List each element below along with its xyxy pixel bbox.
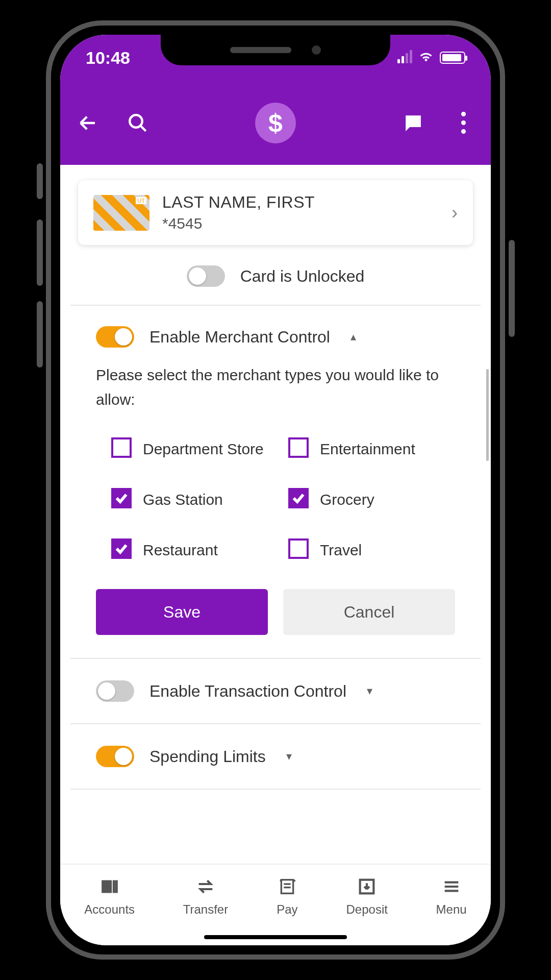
nav-accounts[interactable]: Accounts bbox=[84, 876, 135, 917]
merchant-option-restaurant[interactable]: Restaurant bbox=[111, 538, 278, 561]
pay-shortcut-button[interactable]: $ bbox=[255, 103, 296, 143]
checkbox[interactable] bbox=[111, 538, 132, 559]
caret-down-icon: ▾ bbox=[367, 684, 372, 698]
nav-transfer[interactable]: Transfer bbox=[183, 876, 228, 917]
merchant-option-travel[interactable]: Travel bbox=[288, 538, 455, 561]
merchant-control-title: Enable Merchant Control bbox=[149, 328, 330, 347]
checkbox-label: Grocery bbox=[320, 488, 374, 510]
transaction-control-title: Enable Transaction Control bbox=[149, 682, 346, 701]
power-button bbox=[509, 240, 515, 337]
transfer-icon bbox=[195, 876, 216, 897]
status-time: 10:48 bbox=[86, 48, 130, 68]
home-indicator[interactable] bbox=[204, 935, 347, 939]
deposit-icon bbox=[356, 876, 378, 897]
svg-rect-3 bbox=[113, 880, 114, 892]
nav-label: Accounts bbox=[84, 902, 135, 917]
merchant-control-toggle[interactable] bbox=[96, 326, 134, 348]
svg-line-1 bbox=[140, 126, 146, 131]
checkbox[interactable] bbox=[111, 437, 132, 458]
wifi-icon bbox=[418, 48, 434, 68]
chat-button[interactable] bbox=[401, 111, 425, 135]
svg-rect-2 bbox=[102, 880, 111, 892]
spending-limits-toggle[interactable] bbox=[96, 746, 134, 767]
transaction-control-row[interactable]: Enable Transaction Control ▾ bbox=[60, 659, 491, 723]
nav-menu[interactable]: Menu bbox=[436, 876, 467, 917]
checkbox[interactable] bbox=[288, 538, 309, 559]
merchant-option-entertainment[interactable]: Entertainment bbox=[288, 437, 455, 460]
cellular-signal-icon bbox=[397, 52, 412, 63]
checkbox-label: Restaurant bbox=[143, 538, 218, 561]
svg-rect-4 bbox=[115, 880, 117, 892]
merchant-control-header[interactable]: Enable Merchant Control ▴ bbox=[96, 326, 455, 348]
menu-icon bbox=[441, 876, 462, 897]
merchant-option-gas-station[interactable]: Gas Station bbox=[111, 488, 278, 510]
spending-limits-title: Spending Limits bbox=[149, 747, 266, 766]
battery-icon bbox=[440, 52, 465, 64]
svg-point-0 bbox=[130, 115, 142, 128]
checkbox[interactable] bbox=[111, 488, 132, 508]
accounts-icon bbox=[99, 876, 120, 897]
nav-label: Pay bbox=[277, 902, 297, 917]
notch bbox=[161, 35, 390, 65]
card-thumbnail-icon bbox=[93, 195, 149, 231]
checkbox-label: Department Store bbox=[143, 437, 264, 460]
merchant-option-department-store[interactable]: Department Store bbox=[111, 437, 278, 460]
checkbox-label: Gas Station bbox=[143, 488, 223, 510]
nav-pay[interactable]: Pay bbox=[277, 876, 298, 917]
nav-deposit[interactable]: Deposit bbox=[346, 876, 388, 917]
back-button[interactable] bbox=[76, 111, 100, 135]
caret-up-icon: ▴ bbox=[350, 330, 356, 344]
bottom-nav: Accounts Transfer Pay Deposit bbox=[60, 864, 491, 945]
chevron-right-icon: › bbox=[452, 202, 458, 224]
card-lock-label: Card is Unlocked bbox=[240, 267, 365, 286]
card-number: *4545 bbox=[162, 215, 439, 232]
card-lock-toggle[interactable] bbox=[187, 265, 225, 287]
save-button[interactable]: Save bbox=[96, 589, 268, 635]
volume-up-button bbox=[37, 219, 43, 286]
nav-label: Deposit bbox=[346, 902, 388, 917]
content-scroll[interactable]: LAST NAME, FIRST *4545 › Card is Unlocke… bbox=[60, 165, 491, 864]
nav-label: Menu bbox=[436, 902, 467, 917]
merchant-control-description: Please select the merchant types you wou… bbox=[96, 363, 455, 412]
volume-down-button bbox=[37, 301, 43, 368]
card-name: LAST NAME, FIRST bbox=[162, 193, 439, 212]
nav-label: Transfer bbox=[183, 902, 228, 917]
phone-frame: 10:48 $ bbox=[46, 20, 505, 960]
more-menu-button[interactable] bbox=[451, 111, 475, 135]
transaction-control-toggle[interactable] bbox=[96, 680, 134, 702]
app-header: $ bbox=[60, 81, 491, 165]
scrollbar[interactable] bbox=[486, 369, 489, 461]
checkbox[interactable] bbox=[288, 488, 309, 508]
pay-icon bbox=[277, 876, 298, 897]
checkbox-label: Travel bbox=[320, 538, 362, 561]
volume-switch bbox=[37, 163, 43, 199]
checkbox[interactable] bbox=[288, 437, 309, 458]
search-button[interactable] bbox=[126, 111, 150, 135]
spending-limits-row[interactable]: Spending Limits ▾ bbox=[60, 724, 491, 789]
merchant-option-grocery[interactable]: Grocery bbox=[288, 488, 455, 510]
card-selector-row[interactable]: LAST NAME, FIRST *4545 › bbox=[78, 180, 473, 245]
caret-down-icon: ▾ bbox=[286, 750, 292, 763]
cancel-button[interactable]: Cancel bbox=[283, 589, 455, 635]
checkbox-label: Entertainment bbox=[320, 437, 415, 460]
